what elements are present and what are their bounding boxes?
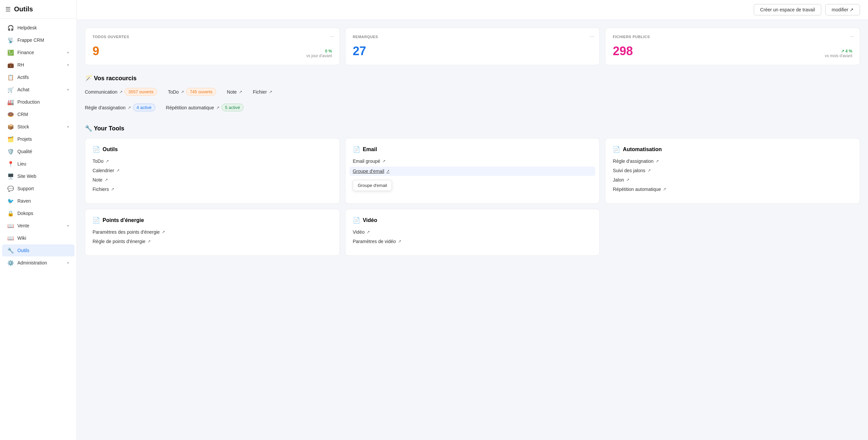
sidebar-label-rh: RH [18,62,64,67]
tool-link-video[interactable]: Vidéo ↗ [353,229,592,235]
sidebar-item-rh[interactable]: 💼 RH ▾ [2,59,74,71]
link-label-suivi-jalons: Suivi des jalons [613,168,645,173]
app-title: Outils [14,5,33,13]
sidebar-item-achat[interactable]: 🛒 Achat ▾ [2,84,74,96]
tool-link-parametres-points[interactable]: Paramètres des points d'énergie ↗ [93,229,332,235]
sidebar-label-actifs: Actifs [18,75,69,80]
sidebar-label-site-web: Site Web [18,174,69,179]
sidebar-item-stock[interactable]: 📦 Stock ▾ [2,121,74,133]
doc-icon-points-energie: 📄 [93,217,100,224]
stat-more-fichiers[interactable]: ··· [850,33,854,39]
tool-link-repetition-auto[interactable]: Répétition automatique ↗ [613,186,852,192]
arrow-icon-parametres-video: ↗ [398,239,401,244]
stat-more-todos[interactable]: ··· [330,33,334,39]
stat-meta-fichiers: ↗ 4 % vs mois d'avant [825,49,852,58]
shortcut-note[interactable]: Note ↗ [227,88,242,96]
sidebar-item-vente[interactable]: 📖 Vente ▾ [2,220,74,232]
arrow-icon-repetition-auto: ↗ [663,187,666,192]
sidebar-label-support: Support [18,186,69,191]
tools-section: 🔧 Your Tools 📄 Outils ToDo ↗ Calendrier … [85,125,860,256]
tool-link-todo[interactable]: ToDo ↗ [93,158,332,164]
tool-link-suivi-jalons[interactable]: Suivi des jalons ↗ [613,168,852,173]
sidebar-item-administration[interactable]: ⚙️ Administration ▾ [2,257,74,269]
arrow-icon-note: ↗ [104,178,108,182]
sidebar-item-production[interactable]: 🏭 Production [2,96,74,108]
doc-icon-automatisation: 📄 [613,146,620,153]
badge-communication: 3557 ouverts [125,88,157,96]
arrow-icon-parametres-points: ↗ [162,230,165,234]
sidebar-item-finance[interactable]: 💹 Finance ▾ [2,47,74,59]
tool-link-regle-points[interactable]: Règle de points d'énergie ↗ [93,239,332,244]
sidebar-item-frappe-crm[interactable]: 📡 Frappe CRM [2,34,74,46]
shortcuts-row-2: Règle d'assignation ↗ 4 activé Répétitio… [85,104,860,117]
arrow-icon-jalon: ↗ [626,178,629,182]
create-workspace-button[interactable]: Créer un espace de travail [754,4,821,16]
shortcut-todo[interactable]: ToDo ↗ 745 ouverts [168,88,216,96]
link-label-jalon: Jalon [613,177,624,182]
sidebar-item-support[interactable]: 💬 Support [2,182,74,195]
arrow-icon-note: ↗ [239,90,242,94]
shortcut-label-todo: ToDo [168,89,179,95]
rh-icon: 💼 [7,61,14,68]
arrow-icon-regle-assignation: ↗ [128,105,131,110]
stat-more-remarques[interactable]: ··· [590,33,594,39]
tool-link-parametres-video[interactable]: Paramètres de vidéo ↗ [353,239,592,244]
sidebar-label-outils: Outils [18,248,69,253]
chevron-icon-vente: ▾ [67,224,69,228]
tool-link-note[interactable]: Note ↗ [93,177,332,182]
link-label-calendrier: Calendrier [93,168,114,173]
sidebar-item-raven[interactable]: 🐦 Raven [2,195,74,207]
tool-link-calendrier[interactable]: Calendrier ↗ [93,168,332,173]
link-label-parametres-points: Paramètres des points d'énergie [93,229,160,235]
helpdesk-icon: 🎧 [7,24,14,31]
chevron-icon-administration: ▾ [67,261,69,265]
sidebar-label-wiki: Wiki [18,235,69,241]
qualite-icon: 🛡️ [7,148,14,155]
shortcut-regle-assignation[interactable]: Règle d'assignation ↗ 4 activé [85,104,155,111]
shortcut-label-fichier: Fichier [253,89,267,95]
sidebar-item-outils[interactable]: 🔧 Outils [2,244,74,257]
tools-title: 🔧 Your Tools [85,125,860,132]
link-label-repetition-auto: Répétition automatique [613,186,661,192]
stat-label-todos: TODOS OUVERTES [93,35,332,39]
sidebar-item-lieu[interactable]: 📍 Lieu [2,158,74,170]
sidebar-item-site-web[interactable]: 🖥️ Site Web [2,170,74,182]
sidebar-item-qualite[interactable]: 🛡️ Qualité [2,145,74,157]
sidebar-item-projets[interactable]: 🗂️ Projets [2,133,74,145]
tool-card-points-energie: 📄 Points d'énergie Paramètres des points… [85,209,340,256]
shortcut-repetition-auto[interactable]: Répétition automatique ↗ 5 activé [166,104,244,111]
sidebar-label-qualite: Qualité [18,149,69,154]
arrow-icon-communication: ↗ [119,90,123,94]
shortcut-fichier[interactable]: Fichier ↗ [253,88,272,96]
sidebar: ☰ Outils 🎧 Helpdesk 📡 Frappe CRM 💹 Finan… [0,0,77,440]
sidebar-item-crm[interactable]: 🍩 CRM [2,108,74,120]
chevron-icon-finance: ▾ [67,51,69,55]
stat-card-remarques: REMARQUES ··· 27 [345,28,600,65]
sidebar-item-wiki[interactable]: 📖 Wiki [2,232,74,244]
tool-link-email-groupe[interactable]: Email groupé ↗ [353,158,592,164]
badge-regle-assignation: 4 activé [133,104,155,111]
stat-label-fichiers: FICHIERS PUBLICS [613,35,852,39]
shortcut-communication[interactable]: Communication ↗ 3557 ouverts [85,88,157,96]
sidebar-item-dokops[interactable]: 🔒 Dokops [2,207,74,219]
achat-icon: 🛒 [7,86,14,93]
topbar: Créer un espace de travail modifier ↗ [77,0,868,20]
tools-grid: 📄 Outils ToDo ↗ Calendrier ↗ Note ↗ Fich… [85,138,860,256]
tool-link-fichiers[interactable]: Fichiers ↗ [93,186,332,192]
sidebar-item-actifs[interactable]: 📋 Actifs [2,71,74,83]
tool-title-text-automatisation: Automatisation [623,146,661,152]
stat-value-todos: 9 [93,44,99,58]
sidebar-item-helpdesk[interactable]: 🎧 Helpdesk [2,22,74,34]
arrow-icon-repetition-auto: ↗ [216,105,219,110]
tool-link-groupe-email[interactable]: Groupe d'email ↗ [349,167,596,176]
doc-icon-email: 📄 [353,146,360,153]
arrow-icon-fichiers: ↗ [111,187,114,192]
tool-link-jalon[interactable]: Jalon ↗ [613,177,852,182]
badge-todo: 745 ouverts [186,88,216,96]
tool-link-regle-assignation[interactable]: Règle d'assignation ↗ [613,158,852,164]
modifier-button[interactable]: modifier ↗ [825,4,860,16]
stat-label-remarques: REMARQUES [353,35,592,39]
arrow-icon-fichier: ↗ [269,90,272,94]
menu-icon[interactable]: ☰ [5,6,11,13]
sidebar-label-raven: Raven [18,198,69,204]
